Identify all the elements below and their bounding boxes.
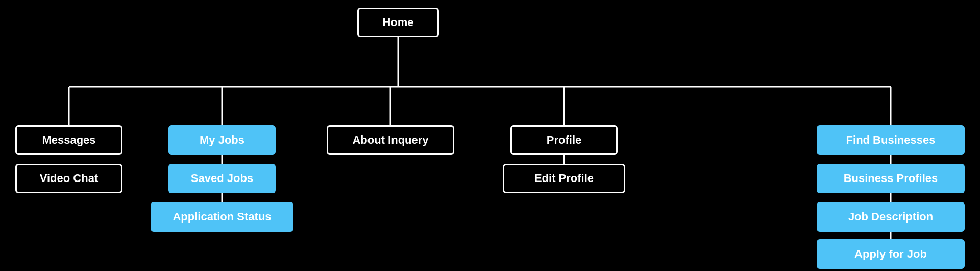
appstatus-node[interactable]: Application Status [151,202,293,232]
savedjobs-node[interactable]: Saved Jobs [168,164,276,193]
editprofile-node[interactable]: Edit Profile [503,164,625,193]
findbusinesses-node[interactable]: Find Businesses [817,125,965,155]
jobdescription-node[interactable]: Job Description [817,202,965,232]
myjobs-node[interactable]: My Jobs [168,125,276,155]
applyforjob-node[interactable]: Apply for Job [817,239,965,269]
home-node[interactable]: Home [357,8,439,37]
videochat-node[interactable]: Video Chat [15,164,122,193]
profile-node[interactable]: Profile [510,125,618,155]
diagram-container: Home Messages Video Chat My Jobs Saved J… [0,0,980,271]
aboutinquery-node[interactable]: About Inquery [327,125,454,155]
messages-node[interactable]: Messages [15,125,122,155]
businessprofiles-node[interactable]: Business Profiles [817,164,965,193]
